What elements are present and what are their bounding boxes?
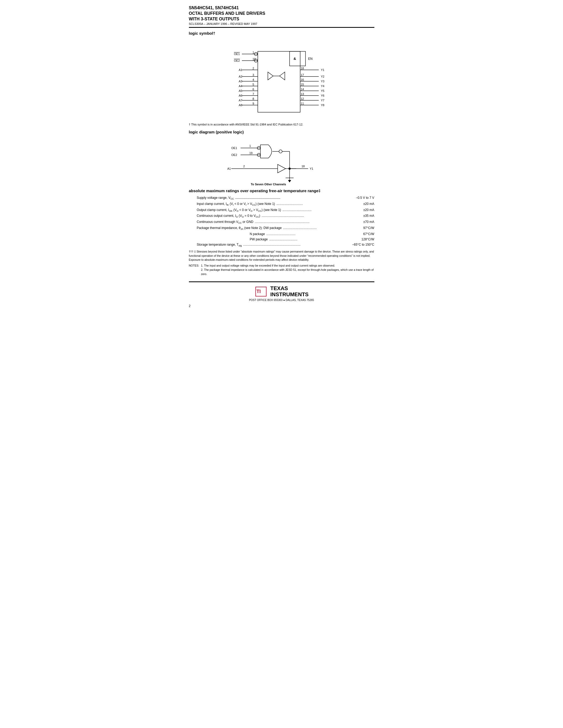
svg-text:Y1: Y1 — [310, 167, 313, 170]
logic-diagram-svg: OE1 1 OE2 19 A1 2 — [226, 137, 337, 186]
svg-text:Y5: Y5 — [321, 89, 324, 92]
stress-note: ††† ‡ Stresses beyond those listed under… — [189, 250, 374, 262]
chip-ids: SN54HC541, SN74HC541 — [189, 6, 239, 10]
svg-text:OE1: OE1 — [234, 52, 240, 56]
svg-text:A1: A1 — [227, 167, 231, 170]
rating-vcc-dots: ........................................… — [234, 195, 356, 201]
rating-pw-value: 128°C/W — [361, 237, 374, 242]
svg-text:1: 1 — [252, 51, 254, 54]
logic-symbol-section: logic symbol† & EN OE1 1 OE2 19 — [189, 31, 374, 126]
svg-text:19: 19 — [249, 151, 252, 155]
svg-point-72 — [279, 150, 282, 153]
rating-vcc: Supply voltage range, VCC ..............… — [197, 195, 374, 201]
header: SN54HC541, SN74HC541 OCTAL BUFFERS AND L… — [189, 5, 374, 28]
rating-cont-dots: ........................................… — [253, 219, 363, 225]
svg-text:9: 9 — [252, 102, 254, 105]
chip-title: SN54HC541, SN74HC541 OCTAL BUFFERS AND L… — [189, 5, 374, 25]
svg-text:Y2: Y2 — [321, 75, 324, 78]
svg-text:A3: A3 — [239, 80, 242, 83]
svg-text:11: 11 — [301, 102, 304, 105]
subtitle: SCLS305A – JANUARY 1996 – REVISED MAY 19… — [189, 22, 374, 25]
rating-io-value: ±35 mA — [363, 213, 374, 219]
svg-text:Y7: Y7 — [321, 99, 324, 102]
svg-marker-88 — [288, 180, 291, 182]
footer: TI TEXAS INSTRUMENTS POST OFFICE BOX 655… — [189, 285, 374, 302]
footer-address: POST OFFICE BOX 655303 ● DALLAS, TEXAS 7… — [249, 299, 314, 302]
rating-theta-dots: ...................................... — [282, 225, 363, 231]
svg-text:12: 12 — [301, 97, 304, 100]
rating-tstg-label: Storage temperature range, Tstg — [197, 242, 242, 248]
rating-tstg-value: −65°C to 150°C — [352, 242, 374, 248]
rating-iok-dots: ................................. — [281, 207, 364, 213]
svg-text:Y8: Y8 — [321, 104, 324, 107]
title-line2: WITH 3-STATE OUTPUTS — [189, 17, 239, 21]
footer-logo: TI TEXAS INSTRUMENTS — [254, 285, 309, 298]
rating-vcc-label: Supply voltage range, VCC — [197, 195, 234, 201]
svg-text:Y1: Y1 — [321, 68, 324, 71]
svg-text:5: 5 — [252, 83, 254, 86]
svg-text:1: 1 — [249, 144, 251, 147]
title-line1: OCTAL BUFFERS AND LINE DRIVERS — [189, 11, 265, 16]
svg-text:18: 18 — [302, 165, 305, 168]
svg-text:OE2: OE2 — [234, 59, 240, 62]
svg-marker-80 — [277, 164, 286, 173]
svg-text:8: 8 — [252, 97, 254, 100]
svg-text:Y6: Y6 — [321, 94, 324, 97]
svg-text:A5: A5 — [239, 89, 242, 92]
logic-diagram-section: logic diagram (positive logic) OE1 1 OE2… — [189, 130, 374, 186]
rating-tstg: Storage temperature range, Tstg ........… — [197, 242, 374, 248]
rating-theta-dw-value: 97°C/W — [363, 225, 374, 231]
rating-n: N package ..............................… — [197, 231, 374, 237]
svg-text:16: 16 — [301, 78, 304, 81]
svg-text:14: 14 — [301, 88, 304, 91]
top-rule — [189, 27, 374, 28]
rating-cont-label: Continuous current through VCC or GND — [197, 219, 253, 225]
company-name-line2: INSTRUMENTS — [270, 291, 309, 298]
svg-text:EN: EN — [308, 57, 313, 61]
svg-text:3: 3 — [252, 73, 254, 77]
logic-symbol-footnote: † This symbol is in accordance with ANSI… — [189, 123, 374, 126]
rating-theta-label: Package thermal impedance, θJA (see Note… — [197, 225, 282, 231]
ti-logo-icon: TI — [254, 286, 267, 298]
logic-diagram-title: logic diagram (positive logic) — [189, 130, 374, 134]
svg-text:2: 2 — [243, 165, 245, 168]
svg-text:A8: A8 — [239, 104, 242, 107]
rating-iok-value: ±20 mA — [363, 207, 374, 213]
svg-text:Y4: Y4 — [321, 84, 324, 88]
svg-text:A7: A7 — [239, 99, 242, 102]
rating-iok-label: Output clamp current, IOK (VO < 0 or VO … — [197, 207, 281, 213]
abs-max-title: absolute maximum ratings over operating … — [189, 188, 374, 193]
rating-iik-dots: .............................. — [275, 201, 363, 207]
rating-io-label: Continuous output current, IO (VO = 0 to… — [197, 213, 260, 219]
notes-header: NOTES: — [189, 264, 200, 276]
svg-marker-13 — [279, 72, 285, 80]
rating-iik: Input clamp current, IIK (VI < 0 or VI >… — [197, 201, 374, 207]
logic-diagram-container: OE1 1 OE2 19 A1 2 — [189, 137, 374, 186]
absolute-max-section: absolute maximum ratings over operating … — [189, 188, 374, 276]
notes-list: 1. The input and output voltage ratings … — [201, 264, 374, 276]
svg-text:2: 2 — [252, 67, 254, 70]
rating-io: Continuous output current, IO (VO = 0 to… — [197, 213, 374, 219]
rating-cont: Continuous current through VCC or GND ..… — [197, 219, 374, 225]
note-1: 1. The input and output voltage ratings … — [201, 264, 374, 268]
svg-text:17: 17 — [301, 73, 304, 77]
svg-marker-12 — [268, 72, 273, 80]
stress-note-text: ‡ Stresses beyond those listed under “ab… — [189, 250, 374, 262]
notes-label: NOTES: 1. The input and output voltage r… — [189, 264, 374, 276]
rating-n-value: 67°C/W — [363, 231, 374, 237]
svg-text:18: 18 — [301, 67, 304, 70]
rating-cont-value: ±70 mA — [363, 219, 374, 225]
rating-pw: PW package .............................… — [197, 237, 374, 242]
rating-tstg-dots: ........................................… — [241, 242, 352, 248]
svg-text:4: 4 — [252, 78, 254, 81]
svg-text:To Seven Other Channels: To Seven Other Channels — [250, 183, 286, 186]
bottom-rule — [189, 281, 374, 282]
rating-vcc-value: −0.5 V to 7 V — [356, 195, 374, 201]
svg-text:A4: A4 — [239, 84, 242, 88]
rating-pw-label: PW package — [250, 237, 268, 242]
rating-iik-label: Input clamp current, IIK (VI < 0 or VI >… — [197, 201, 275, 207]
rating-n-label: N package — [250, 231, 265, 237]
company-name-line1: TEXAS — [270, 285, 309, 291]
rating-pw-dots: ................................ — [268, 237, 362, 242]
notes-section: NOTES: 1. The input and output voltage r… — [189, 264, 374, 276]
